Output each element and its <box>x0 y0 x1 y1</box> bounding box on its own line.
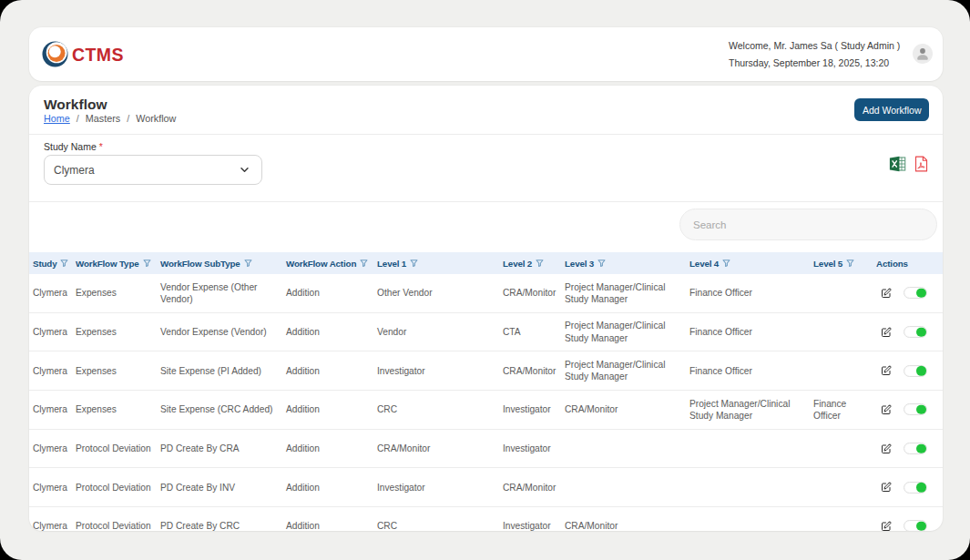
column-header-workflow-subtype[interactable]: WorkFlow SubType <box>157 259 282 269</box>
edit-icon[interactable] <box>881 521 892 531</box>
app-window: CTMS Welcome, Mr. James Sa ( Study Admin… <box>0 0 970 560</box>
top-bar: CTMS Welcome, Mr. James Sa ( Study Admin… <box>29 27 943 81</box>
study-name-value: Clymera <box>54 164 95 177</box>
cell-workflow-subtype: Site Expense (PI Added) <box>157 365 282 377</box>
cell-workflow-subtype: Vendor Expense (Other Vendor) <box>157 281 282 305</box>
cell-workflow-action: Addition <box>282 520 373 531</box>
person-icon <box>913 44 933 64</box>
cell-level2: CRA/Monitor <box>499 287 561 299</box>
column-header-level3[interactable]: Level 3 <box>561 259 686 269</box>
status-toggle[interactable] <box>904 482 927 494</box>
status-toggle[interactable] <box>904 365 927 377</box>
cell-workflow-action: Addition <box>282 403 373 415</box>
edit-icon[interactable] <box>881 365 892 376</box>
column-header-level1[interactable]: Level 1 <box>373 259 499 269</box>
table-body: Clymera Expenses Vendor Expense (Other V… <box>29 274 943 531</box>
status-toggle[interactable] <box>904 403 927 415</box>
column-header-level5[interactable]: Level 5 <box>810 259 873 269</box>
cell-level2: Investigator <box>499 403 561 415</box>
cell-level1: Investigator <box>373 365 499 377</box>
cell-level1: CRC <box>373 520 499 531</box>
breadcrumb: Home / Masters / Workflow <box>44 113 176 124</box>
status-toggle[interactable] <box>904 326 927 338</box>
toggle-knob <box>916 405 926 415</box>
toggle-knob <box>916 483 926 493</box>
cell-level5: Finance Officer <box>810 398 873 422</box>
ctms-logo-icon <box>42 41 68 67</box>
add-workflow-button[interactable]: Add Workflow <box>854 98 929 121</box>
cell-level3: CRA/Monitor <box>561 520 686 531</box>
breadcrumb-home[interactable]: Home <box>44 113 70 124</box>
page-title: Workflow <box>44 96 107 114</box>
study-name-select[interactable]: Clymera <box>44 155 262 185</box>
cell-study: Clymera <box>29 403 72 415</box>
filter-icon <box>410 259 418 268</box>
cell-study: Clymera <box>29 287 72 299</box>
breadcrumb-separator: / <box>127 113 129 124</box>
table-row: Clymera Expenses Site Expense (CRC Added… <box>29 391 943 430</box>
cell-level1: Vendor <box>373 326 499 338</box>
status-toggle[interactable] <box>904 287 927 299</box>
filter-icon <box>536 259 544 268</box>
edit-icon[interactable] <box>881 404 892 415</box>
filter-icon <box>143 259 151 268</box>
column-header-workflow-action[interactable]: WorkFlow Action <box>282 259 373 269</box>
user-avatar[interactable] <box>913 44 933 64</box>
cell-actions <box>873 287 943 299</box>
cell-level2: Investigator <box>499 520 561 531</box>
cell-workflow-action: Addition <box>282 443 373 454</box>
cell-workflow-type: Protocol Deviation <box>72 482 157 494</box>
edit-icon[interactable] <box>881 288 892 299</box>
cell-level2: CRA/Monitor <box>499 365 561 377</box>
cell-workflow-subtype: PD Create By INV <box>157 482 282 494</box>
edit-icon[interactable] <box>881 327 892 338</box>
cell-level3: Project Manager/Clinical Study Manager <box>561 281 686 305</box>
cell-level1: Investigator <box>373 482 499 494</box>
column-header-level4[interactable]: Level 4 <box>686 259 810 269</box>
user-info: Welcome, Mr. James Sa ( Study Admin ) Th… <box>729 37 900 73</box>
cell-workflow-type: Expenses <box>72 365 157 377</box>
filter-icon <box>846 259 854 268</box>
edit-icon[interactable] <box>881 482 892 493</box>
cell-level2: CTA <box>499 326 561 338</box>
divider <box>29 134 943 135</box>
cell-level4: Finance Officer <box>686 365 810 377</box>
cell-workflow-subtype: Vendor Expense (Vendor) <box>157 326 282 338</box>
column-header-study[interactable]: Study <box>29 259 72 269</box>
cell-study: Clymera <box>29 326 72 338</box>
cell-level4: Finance Officer <box>686 326 810 338</box>
cell-workflow-subtype: Site Expense (CRC Added) <box>157 403 282 415</box>
cell-actions <box>873 443 943 454</box>
ctms-logo: CTMS <box>42 41 124 67</box>
cell-workflow-action: Addition <box>282 365 373 377</box>
cell-workflow-type: Expenses <box>72 403 157 415</box>
column-header-workflow-type[interactable]: WorkFlow Type <box>72 259 157 269</box>
filter-icon <box>360 259 368 268</box>
status-toggle[interactable] <box>904 520 927 531</box>
divider <box>29 201 943 202</box>
export-excel-icon[interactable] <box>889 156 906 172</box>
cell-workflow-type: Expenses <box>72 287 157 299</box>
cell-level1: CRA/Monitor <box>373 443 499 454</box>
cell-actions <box>873 482 943 494</box>
export-pdf-icon[interactable] <box>914 156 928 172</box>
export-buttons <box>889 156 928 172</box>
main-panel: Workflow Home / Masters / Workflow Add W… <box>29 86 943 531</box>
search-input[interactable] <box>679 209 937 240</box>
cell-workflow-action: Addition <box>282 326 373 338</box>
chevron-down-icon <box>239 164 250 176</box>
table-row: Clymera Expenses Vendor Expense (Vendor)… <box>29 313 943 352</box>
cell-workflow-action: Addition <box>282 287 373 299</box>
column-header-level2[interactable]: Level 2 <box>499 259 561 269</box>
breadcrumb-masters: Masters <box>86 113 120 124</box>
cell-level3: Project Manager/Clinical Study Manager <box>561 359 686 382</box>
cell-actions <box>873 326 943 338</box>
toggle-knob <box>916 366 926 376</box>
toggle-knob <box>916 289 926 299</box>
cell-study: Clymera <box>29 365 72 377</box>
cell-level4: Finance Officer <box>686 287 810 299</box>
status-toggle[interactable] <box>904 443 927 454</box>
cell-level1: CRC <box>373 403 499 415</box>
edit-icon[interactable] <box>881 443 892 454</box>
toggle-knob <box>916 327 926 337</box>
